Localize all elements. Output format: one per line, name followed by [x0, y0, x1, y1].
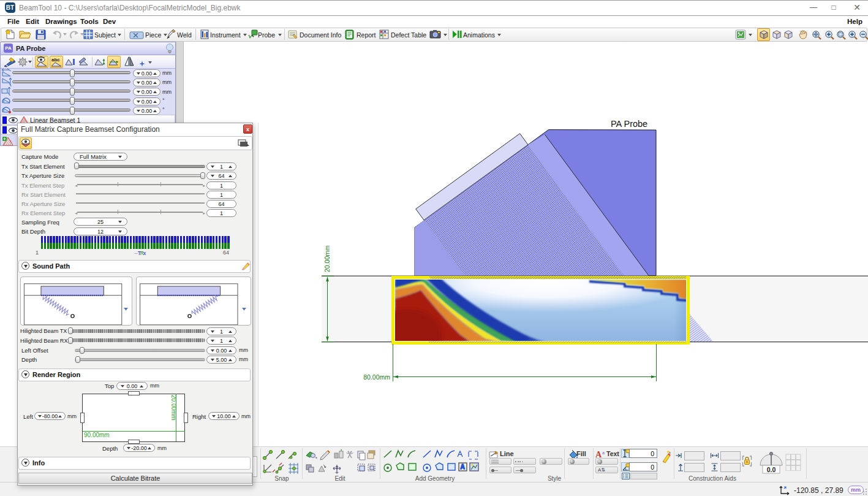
svg-text:PA Probe: PA Probe — [611, 119, 647, 129]
svg-text:a: a — [602, 449, 605, 456]
svg-text:20.00mm: 20.00mm — [323, 245, 331, 272]
svg-text:0.0: 0.0 — [767, 466, 776, 473]
svg-text:abc: abc — [51, 57, 60, 63]
svg-text:80.00mm: 80.00mm — [363, 373, 390, 381]
svg-text:A: A — [595, 450, 602, 459]
svg-text:A: A — [461, 464, 465, 470]
